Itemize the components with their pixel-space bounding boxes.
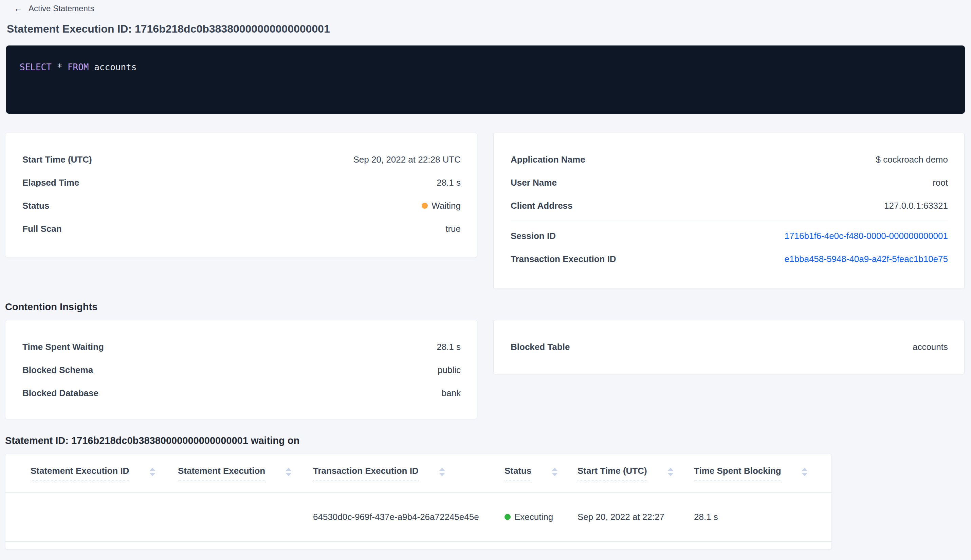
column-label[interactable]: Statement Execution ID xyxy=(30,466,129,481)
cell-start-time: Sep 20, 2022 at 22:27 xyxy=(577,492,694,541)
back-link-active-statements[interactable]: Active Statements xyxy=(28,3,94,13)
status-row: Status Waiting xyxy=(22,194,461,217)
full-scan-row: Full Scan true xyxy=(22,217,461,240)
sort-icon[interactable] xyxy=(285,468,292,476)
session-id-link[interactable]: 1716b1f6-4e0c-f480-0000-000000000001 xyxy=(784,231,948,241)
execution-details-card: Start Time (UTC) Sep 20, 2022 at 22:28 U… xyxy=(5,133,477,257)
start-time-value: Sep 20, 2022 at 22:28 UTC xyxy=(353,155,461,165)
blocked-table-card: Blocked Table accounts xyxy=(493,320,964,374)
column-header-transaction-execution-id[interactable]: Transaction Execution ID xyxy=(313,454,504,492)
full-scan-label: Full Scan xyxy=(22,224,62,234)
contention-cards-row: Time Spent Waiting 28.1 s Blocked Schema… xyxy=(5,320,964,419)
waiting-statements-table-card: Statement Execution ID Statement Executi… xyxy=(5,454,832,550)
elapsed-time-value: 28.1 s xyxy=(437,178,461,188)
back-arrow-icon[interactable]: ← xyxy=(13,4,23,13)
user-name-row: User Name root xyxy=(511,171,948,194)
client-address-label: Client Address xyxy=(511,201,573,211)
blocked-database-row: Blocked Database bank xyxy=(22,382,461,405)
time-spent-waiting-row: Time Spent Waiting 28.1 s xyxy=(22,335,461,358)
column-header-time-spent-blocking[interactable]: Time Spent Blocking xyxy=(694,454,831,492)
cell-time-spent-blocking: 28.1 s xyxy=(694,492,831,541)
blocked-table-value: accounts xyxy=(913,342,948,352)
user-name-value: root xyxy=(933,178,948,188)
waiting-status-dot-icon xyxy=(422,203,428,209)
sql-keyword-from: FROM xyxy=(68,62,89,72)
table-row: 64530d0c-969f-437e-a9b4-26a72245e45e Exe… xyxy=(5,492,831,541)
column-header-statement-execution[interactable]: Statement Execution xyxy=(178,454,313,492)
table-header-row: Statement Execution ID Statement Executi… xyxy=(5,454,831,492)
start-time-row: Start Time (UTC) Sep 20, 2022 at 22:28 U… xyxy=(22,148,461,171)
cell-transaction-execution-id: 64530d0c-969f-437e-a9b4-26a72245e45e xyxy=(313,492,504,541)
sql-statement-box: SELECT * FROM accounts xyxy=(6,45,965,114)
status-value: Waiting xyxy=(432,201,461,211)
contention-waiting-card: Time Spent Waiting 28.1 s Blocked Schema… xyxy=(5,320,477,419)
cell-statement-execution xyxy=(178,492,313,541)
column-label[interactable]: Time Spent Blocking xyxy=(694,466,781,481)
status-label: Status xyxy=(22,201,49,211)
time-spent-waiting-label: Time Spent Waiting xyxy=(22,342,104,352)
application-name-row: Application Name $ cockroach demo xyxy=(511,148,948,171)
column-label[interactable]: Status xyxy=(504,466,531,481)
sort-icon[interactable] xyxy=(149,468,155,476)
sort-icon[interactable] xyxy=(802,468,808,476)
executing-status-dot-icon xyxy=(504,514,511,520)
column-label[interactable]: Transaction Execution ID xyxy=(313,466,419,481)
application-name-value: $ cockroach demo xyxy=(876,155,948,165)
elapsed-time-label: Elapsed Time xyxy=(22,178,79,188)
blocked-schema-label: Blocked Schema xyxy=(22,365,93,375)
user-name-label: User Name xyxy=(511,178,557,188)
blocked-table-row: Blocked Table accounts xyxy=(511,335,948,358)
session-id-label: Session ID xyxy=(511,231,556,241)
transaction-execution-id-label: Transaction Execution ID xyxy=(511,254,616,264)
sql-table-name: accounts xyxy=(94,62,137,72)
session-details-card: Application Name $ cockroach demo User N… xyxy=(493,133,964,289)
sort-icon[interactable] xyxy=(552,468,558,476)
page-title: Statement Execution ID: 1716b218dc0b3838… xyxy=(7,22,971,35)
breadcrumb: ← Active Statements xyxy=(0,0,971,13)
blocked-table-label: Blocked Table xyxy=(511,342,570,352)
status-badge: Waiting xyxy=(422,201,461,211)
elapsed-time-row: Elapsed Time 28.1 s xyxy=(22,171,461,194)
session-id-row: Session ID 1716b1f6-4e0c-f480-0000-00000… xyxy=(511,224,948,247)
cell-status-value: Executing xyxy=(514,512,553,522)
transaction-execution-id-row: Transaction Execution ID e1bba458-5948-4… xyxy=(511,247,948,270)
column-header-status[interactable]: Status xyxy=(504,454,577,492)
sql-keyword-select: SELECT xyxy=(20,62,52,72)
blocked-schema-value: public xyxy=(438,365,461,375)
transaction-execution-id-link[interactable]: e1bba458-5948-40a9-a42f-5feac1b10e75 xyxy=(784,254,948,264)
overview-cards-row: Start Time (UTC) Sep 20, 2022 at 22:28 U… xyxy=(5,133,964,289)
sort-icon[interactable] xyxy=(667,468,674,476)
sort-icon[interactable] xyxy=(439,468,445,476)
column-header-start-time[interactable]: Start Time (UTC) xyxy=(577,454,694,492)
blocked-database-value: bank xyxy=(442,388,461,398)
waiting-on-heading: Statement ID: 1716b218dc0b38380000000000… xyxy=(5,435,971,446)
client-address-value: 127.0.0.1:63321 xyxy=(884,201,948,211)
full-scan-value: true xyxy=(445,224,461,234)
blocked-database-label: Blocked Database xyxy=(22,388,98,398)
start-time-label: Start Time (UTC) xyxy=(22,155,92,165)
cell-statement-execution-id xyxy=(5,492,178,541)
client-address-row: Client Address 127.0.0.1:63321 xyxy=(511,194,948,217)
sql-star-operator: * xyxy=(57,62,62,72)
blocked-schema-row: Blocked Schema public xyxy=(22,358,461,382)
column-label[interactable]: Statement Execution xyxy=(178,466,265,481)
application-name-label: Application Name xyxy=(511,155,585,165)
contention-insights-heading: Contention Insights xyxy=(5,301,971,313)
column-label[interactable]: Start Time (UTC) xyxy=(577,466,647,481)
column-header-statement-execution-id[interactable]: Statement Execution ID xyxy=(5,454,178,492)
time-spent-waiting-value: 28.1 s xyxy=(437,342,461,352)
waiting-statements-table: Statement Execution ID Statement Executi… xyxy=(5,454,831,542)
cell-status: Executing xyxy=(504,492,577,541)
